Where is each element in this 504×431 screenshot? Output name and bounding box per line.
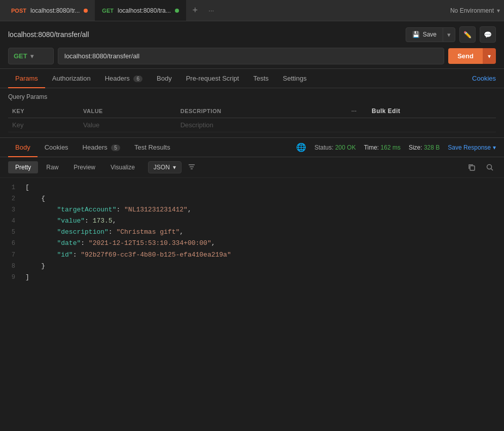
tab-body[interactable]: Body <box>150 69 179 88</box>
resp-tab-test-results[interactable]: Test Results <box>127 138 177 157</box>
send-button-chevron[interactable]: ▾ <box>483 48 496 64</box>
tab-more-button[interactable]: ··· <box>204 4 219 18</box>
request-tabs: Params Authorization Headers 6 Body Pre-… <box>0 69 504 88</box>
query-params-label: Query Params <box>8 93 496 100</box>
tab-post-url: localhost:8080/tr... <box>30 7 80 14</box>
tab-authorization[interactable]: Authorization <box>45 69 98 88</box>
line-number-5: 5 <box>0 227 25 237</box>
params-placeholder-row: Key Value Description <box>8 118 496 132</box>
json-line-8: 8 } <box>0 261 504 272</box>
view-tabs: Pretty Raw Preview Visualize <box>8 161 142 173</box>
json-line-9: 9 ] <box>0 272 504 283</box>
save-response-button[interactable]: Save Response ▾ <box>448 144 496 151</box>
time-badge: Time: 162 ms <box>364 144 401 151</box>
search-icon[interactable] <box>484 161 496 173</box>
tab-bar-right: No Environment ▾ <box>450 7 500 14</box>
size-badge: Size: 328 B <box>409 144 440 151</box>
status-value: 200 OK <box>335 144 356 151</box>
resp-tab-cookies[interactable]: Cookies <box>38 138 76 157</box>
format-selector[interactable]: JSON ▾ <box>148 161 182 173</box>
environment-label: No Environment <box>450 7 494 14</box>
key-column-header: KEY <box>8 104 79 118</box>
line-number-2: 2 <box>0 194 25 204</box>
edit-button[interactable]: ✏️ <box>459 26 476 43</box>
line-content-2: { <box>25 193 45 204</box>
tab-pre-request[interactable]: Pre-request Script <box>179 69 246 88</box>
globe-icon: 🌐 <box>296 142 306 152</box>
save-button-group[interactable]: 💾 Save ▾ <box>406 27 455 42</box>
environment-selector[interactable]: No Environment ▾ <box>450 7 500 14</box>
row-bulk <box>368 118 496 132</box>
description-placeholder[interactable]: Description <box>176 118 347 132</box>
filter-icon[interactable] <box>188 163 196 172</box>
tab-get-dot <box>175 9 179 13</box>
url-input[interactable] <box>58 48 444 64</box>
view-tab-raw[interactable]: Raw <box>39 161 65 173</box>
line-content-8: } <box>25 261 45 272</box>
svg-line-5 <box>491 169 493 171</box>
save-response-chevron: ▾ <box>493 144 496 151</box>
line-number-1: 1 <box>0 183 25 193</box>
line-content-3: "targetAccount": "NL131231231412", <box>25 204 192 216</box>
new-tab-button[interactable]: + <box>188 4 202 18</box>
tab-headers[interactable]: Headers 6 <box>98 69 150 88</box>
format-label: JSON <box>154 164 170 171</box>
response-meta: 🌐 Status: 200 OK Time: 162 ms Size: 328 … <box>296 142 496 152</box>
json-line-4: 4 "value": 173.5, <box>0 216 504 227</box>
method-label: GET <box>14 52 27 60</box>
save-label: Save <box>423 31 437 38</box>
json-line-6: 6 "date": "2021-12-12T15:53:10.334+00:00… <box>0 238 504 249</box>
send-button[interactable]: Send <box>448 48 483 64</box>
query-params-section: Query Params KEY VALUE DESCRIPTION ··· B… <box>0 88 504 137</box>
view-tab-pretty[interactable]: Pretty <box>8 161 38 173</box>
svg-rect-3 <box>470 166 475 170</box>
json-line-7: 7 "id": "92b27f69-cc3f-4b80-b125-efa410e… <box>0 249 504 261</box>
json-body: 1 [ 2 { 3 "targetAccount": "NL1312312314… <box>0 178 504 287</box>
tab-settings[interactable]: Settings <box>276 69 314 88</box>
view-tab-visualize[interactable]: Visualize <box>103 161 142 173</box>
status-badge: Status: 200 OK <box>314 144 355 151</box>
tab-post[interactable]: POST localhost:8080/tr... <box>4 0 95 21</box>
line-number-6: 6 <box>0 238 25 248</box>
line-number-4: 4 <box>0 216 25 226</box>
line-content-4: "value": 173.5, <box>25 216 116 227</box>
line-number-7: 7 <box>0 250 25 260</box>
description-column-header: DESCRIPTION <box>176 104 347 118</box>
key-placeholder[interactable]: Key <box>8 118 79 132</box>
request-row: GET ▾ Send ▾ <box>8 48 496 64</box>
method-selector[interactable]: GET ▾ <box>8 48 54 64</box>
breadcrumb-row: localhost:8080/transfer/all 💾 Save ▾ ✏️ … <box>8 26 496 43</box>
copy-icon[interactable] <box>465 161 478 173</box>
line-number-9: 9 <box>0 272 25 282</box>
tab-get[interactable]: GET localhost:8080/tra... <box>95 0 186 21</box>
save-button-chevron[interactable]: ▾ <box>443 28 455 42</box>
edit-icon: ✏️ <box>463 31 472 39</box>
headers-badge: 6 <box>133 76 142 82</box>
resp-tab-headers[interactable]: Headers 5 <box>76 138 127 157</box>
send-button-group: Send ▾ <box>448 48 496 64</box>
value-placeholder[interactable]: Value <box>79 118 176 132</box>
breadcrumb-actions: 💾 Save ▾ ✏️ 💬 <box>406 26 496 43</box>
view-tab-preview[interactable]: Preview <box>66 161 102 173</box>
environment-chevron: ▾ <box>497 7 500 14</box>
resp-tab-body[interactable]: Body <box>8 138 38 157</box>
tab-post-dot <box>84 9 88 13</box>
bulk-edit-button[interactable]: Bulk Edit <box>372 107 401 115</box>
json-line-2: 2 { <box>0 193 504 204</box>
actions-column-header: ··· <box>347 104 368 118</box>
save-response-label: Save Response <box>448 144 491 151</box>
method-chevron: ▾ <box>30 53 33 60</box>
line-content-1: [ <box>25 182 29 193</box>
cookies-link[interactable]: Cookies <box>472 75 496 82</box>
json-line-3: 3 "targetAccount": "NL131231231412", <box>0 204 504 216</box>
line-content-7: "id": "92b27f69-cc3f-4b80-b125-efa410ea2… <box>25 249 231 261</box>
params-table: KEY VALUE DESCRIPTION ··· Bulk Edit Key … <box>8 104 496 132</box>
tab-tests[interactable]: Tests <box>246 69 275 88</box>
comment-button[interactable]: 💬 <box>480 26 496 43</box>
save-button-main[interactable]: 💾 Save <box>406 28 443 41</box>
comment-icon: 💬 <box>484 31 492 39</box>
size-value: 328 B <box>424 144 440 151</box>
tab-params[interactable]: Params <box>8 69 45 88</box>
line-content-5: "description": "Christmas gift", <box>25 227 184 238</box>
line-content-6: "date": "2021-12-12T15:53:10.334+00:00", <box>25 238 215 249</box>
